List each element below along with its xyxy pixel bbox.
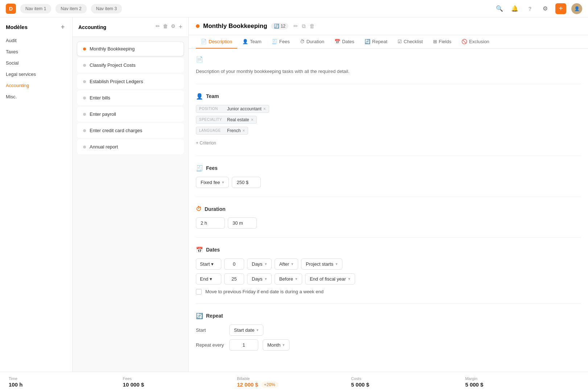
- top-navbar: D Nav item 1 Nav item 2 Nav item 3 🔍 🔔 ?…: [0, 0, 588, 17]
- start-direction-select[interactable]: After ▾: [275, 258, 298, 270]
- start-unit-chevron-icon: ▾: [265, 262, 267, 266]
- fees-icon: 🧾: [196, 165, 203, 172]
- tab-description[interactable]: 📄 Description: [196, 35, 237, 49]
- end-direction-select[interactable]: Before ▾: [275, 273, 302, 285]
- right-header-actions: ✏ ⧉ 🗑: [293, 23, 315, 29]
- team-tab-icon: 👤: [242, 39, 248, 44]
- stat-time: Time 100 h: [9, 376, 123, 388]
- task-name: Classify Project Costs: [90, 62, 135, 68]
- duration-row: 2 h 30 m: [196, 217, 581, 229]
- middle-add-icon[interactable]: +: [178, 23, 182, 31]
- duration-minutes-input[interactable]: 30 m: [228, 217, 257, 229]
- speciality-row: SPECIALITY Real estate ×: [196, 116, 581, 124]
- task-dot: [83, 129, 86, 132]
- duration-hours-input[interactable]: 2 h: [196, 217, 225, 229]
- fees-tab-icon: 🧾: [272, 39, 277, 44]
- fees-value: 10 000 $: [123, 381, 237, 388]
- app-logo[interactable]: D: [6, 4, 16, 14]
- middle-panel-title: Accounting: [78, 24, 106, 30]
- avatar[interactable]: 👤: [571, 3, 582, 14]
- task-item-enter-bills[interactable]: Enter bills: [77, 90, 184, 105]
- sidebar-item-legal[interactable]: Legal services: [0, 69, 72, 80]
- middle-settings-icon[interactable]: ⚙: [171, 23, 176, 31]
- start-number-input[interactable]: 0: [224, 258, 244, 270]
- stat-costs: Costs 5 000 $: [351, 376, 465, 388]
- description-section: 📄 Description of your monthly bookkeepin…: [196, 56, 581, 84]
- nav-pill-3[interactable]: Nav item 3: [91, 4, 122, 13]
- fee-amount-input[interactable]: 250 $: [232, 177, 261, 188]
- sidebar-header: Modèles +: [0, 23, 72, 35]
- billable-label: Billable: [237, 376, 351, 381]
- bottom-bar: Time 100 h Fees 10 000 $ Billable 12 000…: [0, 372, 588, 392]
- speciality-remove-icon[interactable]: ×: [251, 117, 254, 122]
- middle-header: Accounting ✏ 🗑 ⚙ +: [73, 17, 188, 37]
- end-label-select[interactable]: End ▾: [196, 273, 221, 285]
- add-criterion-button[interactable]: + Criterion: [196, 139, 216, 147]
- weekend-checkbox[interactable]: [196, 289, 202, 295]
- search-icon[interactable]: 🔍: [494, 4, 505, 14]
- start-dir-chevron-icon: ▾: [291, 262, 293, 266]
- middle-delete-icon[interactable]: 🗑: [163, 23, 168, 31]
- description-section-header: 📄: [196, 56, 581, 63]
- right-delete-icon[interactable]: 🗑: [309, 23, 315, 29]
- repeat-unit-select[interactable]: Month ▾: [263, 339, 289, 351]
- task-item-annual-report[interactable]: Annual report: [77, 139, 184, 154]
- bell-icon[interactable]: 🔔: [510, 4, 520, 14]
- start-date-row: Start ▾ 0 Days ▾ After ▾ Pro: [196, 258, 581, 270]
- task-item-monthly-bookkeeping[interactable]: Monthly Bookkeeping: [77, 41, 184, 56]
- fee-type-select[interactable]: Fixed fee ▾: [196, 177, 229, 188]
- sidebar-add-button[interactable]: +: [59, 23, 66, 30]
- title-dot: [196, 24, 200, 28]
- tab-exclusion[interactable]: 🚫 Exclusion: [456, 35, 494, 49]
- sidebar-item-social[interactable]: Social: [0, 57, 72, 69]
- repeat-every-label: Repeat every: [196, 342, 225, 348]
- language-remove-icon[interactable]: ×: [242, 128, 245, 133]
- tab-checklist[interactable]: ☑ Checklist: [392, 35, 428, 49]
- end-chevron-icon: ▾: [210, 276, 212, 282]
- start-label-select[interactable]: Start ▾: [196, 258, 221, 270]
- task-item-classify-costs[interactable]: Classify Project Costs: [77, 58, 184, 73]
- right-edit-icon[interactable]: ✏: [293, 23, 298, 29]
- dates-section: 📅 Dates Start ▾ 0 Days ▾: [196, 246, 581, 304]
- create-button[interactable]: +: [555, 3, 566, 14]
- position-remove-icon[interactable]: ×: [263, 106, 266, 111]
- content-area: 📄 Description of your monthly bookkeepin…: [189, 49, 588, 372]
- start-unit-select[interactable]: Days ▾: [247, 258, 272, 270]
- start-chevron-icon: ▾: [211, 261, 214, 267]
- task-dot: [83, 80, 86, 83]
- middle-edit-icon[interactable]: ✏: [156, 23, 160, 31]
- start-ref-chevron-icon: ▾: [336, 262, 338, 266]
- repeat-every-row: Repeat every 1 Month ▾: [196, 339, 581, 351]
- tab-fields[interactable]: ⊞ Fields: [428, 35, 457, 49]
- nav-pill-1[interactable]: Nav item 1: [20, 4, 51, 13]
- position-row: POSITION Junior accountant ×: [196, 105, 581, 113]
- sidebar-item-audit[interactable]: Audit: [0, 35, 72, 46]
- task-item-establish-ledgers[interactable]: Establish Project Ledgers: [77, 74, 184, 89]
- repeat-start-select[interactable]: Start date ▾: [229, 324, 263, 336]
- nav-pill-2[interactable]: Nav item 2: [55, 4, 86, 13]
- tab-fees[interactable]: 🧾 Fees: [267, 35, 295, 49]
- end-unit-select[interactable]: Days ▾: [247, 273, 272, 285]
- time-value: 100 h: [9, 381, 123, 388]
- task-item-enter-payroll[interactable]: Enter payroll: [77, 107, 184, 122]
- tab-dates[interactable]: 📅 Dates: [329, 35, 359, 49]
- settings-icon[interactable]: ⚙: [540, 4, 550, 14]
- tab-repeat[interactable]: 🔄 Repeat: [359, 35, 392, 49]
- task-name: Establish Project Ledgers: [90, 79, 143, 84]
- repeat-number-input[interactable]: 1: [229, 339, 258, 351]
- right-copy-icon[interactable]: ⧉: [302, 23, 306, 29]
- sidebar-item-misc[interactable]: Misc.: [0, 91, 72, 102]
- sidebar-item-accounting[interactable]: Accounting: [0, 80, 72, 91]
- fields-tab-icon: ⊞: [433, 39, 437, 44]
- end-number-input[interactable]: 25: [224, 273, 244, 285]
- tab-duration[interactable]: ⏱ Duration: [295, 35, 329, 49]
- description-tab-icon: 📄: [201, 39, 207, 44]
- start-reference-select[interactable]: Project starts ▾: [301, 258, 342, 270]
- fees-row: Fixed fee ▾ 250 $: [196, 177, 581, 188]
- end-reference-select[interactable]: End of fiscal year ▾: [305, 273, 355, 285]
- tab-team[interactable]: 👤 Team: [237, 35, 267, 49]
- sidebar-item-taxes[interactable]: Taxes: [0, 46, 72, 57]
- task-item-credit-card[interactable]: Enter credit card charges: [77, 123, 184, 138]
- task-name: Monthly Bookkeeping: [90, 46, 135, 52]
- help-icon[interactable]: ?: [525, 4, 535, 14]
